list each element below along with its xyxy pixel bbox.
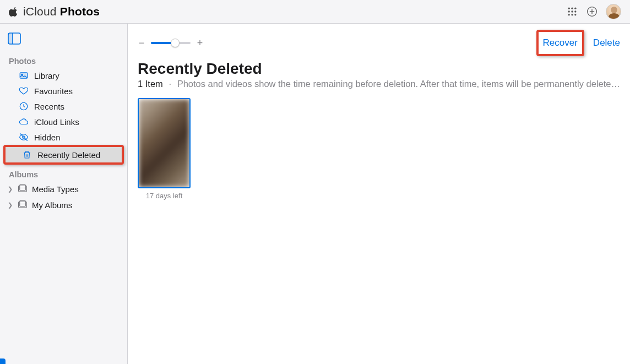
svg-point-1: [571, 8, 573, 9]
separator-dot: ·: [165, 79, 175, 89]
zoom-control: − +: [138, 37, 204, 49]
toolbar-actions: Recover Delete: [536, 30, 620, 56]
sidebar-item-hidden[interactable]: Hidden: [2, 129, 125, 145]
clock-icon: [19, 101, 29, 111]
svg-point-3: [568, 10, 570, 12]
account-avatar[interactable]: [606, 4, 621, 19]
sidebar-item-label: iCloud Links: [34, 117, 79, 127]
svg-point-4: [571, 10, 573, 12]
svg-point-2: [574, 8, 576, 9]
sidebar-item-favourites[interactable]: Favourites: [2, 83, 125, 99]
sidebar-section-albums: Albums: [0, 165, 127, 181]
sidebar-item-recently-deleted[interactable]: Recently Deleted: [6, 147, 122, 162]
app-header: iCloud Photos: [0, 0, 630, 24]
app-launcher-icon[interactable]: [566, 6, 578, 18]
sidebar: Photos Library Favourites Recents iCloud…: [0, 24, 128, 364]
content-pane: − + Recover Delete Recently Deleted 1 It…: [128, 24, 630, 364]
svg-point-6: [568, 14, 570, 15]
zoom-slider[interactable]: [151, 42, 191, 44]
zoom-in-button[interactable]: +: [196, 37, 204, 49]
sidebar-item-label: My Albums: [32, 200, 72, 210]
header-left: iCloud Photos: [9, 5, 100, 18]
sidebar-section-photos: Photos: [0, 51, 127, 68]
trash-icon: [22, 150, 32, 160]
svg-rect-23: [20, 184, 26, 191]
svg-point-7: [571, 14, 573, 15]
svg-point-5: [574, 10, 576, 12]
svg-rect-15: [20, 73, 28, 79]
page-subtitle: 1 Item · Photos and videos show the time…: [128, 79, 630, 98]
sidebar-item-library[interactable]: Library: [2, 68, 125, 83]
sidebar-item-label: Library: [34, 71, 59, 80]
add-button[interactable]: [586, 6, 598, 18]
photo-thumbnail-image: [139, 99, 189, 187]
zoom-out-button[interactable]: −: [138, 37, 145, 49]
photo-thumbnail[interactable]: [138, 98, 191, 188]
library-icon: [19, 70, 29, 80]
sidebar-item-label: Favourites: [34, 86, 73, 96]
delete-button[interactable]: Delete: [593, 37, 620, 48]
bottom-corner-indicator: [0, 358, 6, 364]
highlight-recently-deleted: Recently Deleted: [3, 145, 124, 165]
highlight-recover: Recover: [536, 30, 584, 56]
svg-rect-25: [20, 200, 26, 207]
chevron-right-icon: ❯: [8, 202, 13, 209]
photo-grid: 17 days left: [128, 98, 630, 200]
main-area: Photos Library Favourites Recents iCloud…: [0, 24, 630, 364]
apple-logo-icon[interactable]: [9, 7, 19, 17]
app-title: iCloud Photos: [23, 5, 100, 18]
recover-button[interactable]: Recover: [543, 37, 578, 48]
zoom-slider-fill: [151, 42, 173, 44]
folder-icon: [18, 184, 28, 194]
sidebar-item-icloud-links[interactable]: iCloud Links: [2, 114, 125, 129]
folder-icon: [18, 200, 28, 210]
svg-point-0: [568, 8, 570, 9]
photo-item[interactable]: 17 days left: [138, 98, 191, 200]
sidebar-item-recents[interactable]: Recents: [2, 99, 125, 114]
sidebar-toggle-button[interactable]: [0, 28, 127, 51]
app-title-bold: Photos: [60, 5, 100, 18]
sidebar-item-label: Recently Deleted: [37, 150, 100, 160]
cloud-link-icon: [19, 117, 29, 127]
page-title: Recently Deleted: [128, 53, 630, 79]
header-right: [566, 4, 621, 19]
sidebar-item-label: Media Types: [32, 184, 79, 194]
svg-point-8: [574, 14, 576, 15]
content-toolbar: − + Recover Delete: [128, 24, 630, 53]
heart-icon: [19, 86, 29, 96]
photo-days-left: 17 days left: [146, 192, 183, 200]
page-description: Photos and videos show the time remainin…: [177, 79, 620, 89]
sidebar-item-label: Recents: [34, 102, 64, 111]
item-count: 1 Item: [138, 79, 163, 89]
zoom-slider-thumb[interactable]: [171, 39, 180, 47]
sidebar-item-media-types[interactable]: ❯ Media Types: [0, 181, 127, 197]
sidebar-item-my-albums[interactable]: ❯ My Albums: [0, 197, 127, 213]
sidebar-item-label: Hidden: [34, 133, 61, 142]
svg-rect-14: [8, 33, 13, 44]
app-title-light: iCloud: [23, 5, 60, 18]
chevron-right-icon: ❯: [8, 186, 13, 193]
eye-off-icon: [19, 132, 29, 142]
